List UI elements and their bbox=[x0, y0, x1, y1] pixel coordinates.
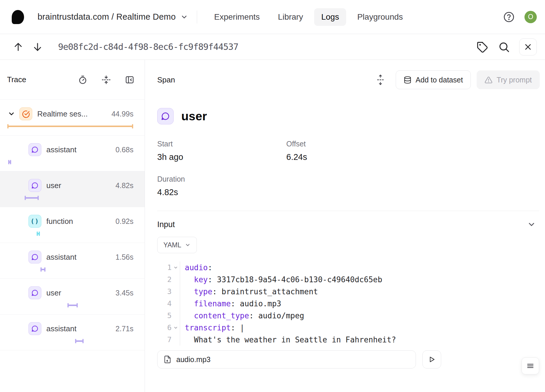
meta-label: Start bbox=[157, 140, 286, 148]
chat-bubble-icon bbox=[157, 108, 174, 124]
yaml-code-block: 1 audio:2 key: 3317cb18-9a54-4c06-b130-c… bbox=[157, 261, 545, 346]
trace-span-duration: 2.71s bbox=[116, 325, 133, 333]
avatar[interactable]: O bbox=[524, 11, 537, 23]
code-line-7: 7 What's the weather in Seattle in Fahre… bbox=[157, 334, 545, 346]
trace-row-function[interactable]: ()function0.92s bbox=[0, 207, 145, 243]
code-text: content_type: audio/mpeg bbox=[180, 311, 304, 320]
trace-span-duration: 3.45s bbox=[116, 289, 133, 297]
row-expand-chevron-icon[interactable] bbox=[8, 110, 15, 118]
span-name-title: user bbox=[181, 109, 207, 123]
span-id: 9e08fc2d-c84d-4f98-8ec6-fc9f89f44537 bbox=[58, 42, 238, 52]
next-arrow-down-icon[interactable] bbox=[31, 40, 44, 53]
search-icon[interactable] bbox=[497, 40, 510, 53]
chat-bubble-icon bbox=[28, 251, 41, 263]
try-prompt-button[interactable]: Try prompt bbox=[477, 70, 540, 89]
format-select-value: YAML bbox=[163, 241, 181, 249]
timeline-bar bbox=[25, 197, 38, 199]
help-icon[interactable] bbox=[503, 11, 514, 23]
line-number: 3 bbox=[157, 287, 172, 296]
trace-span-duration: 1.56s bbox=[116, 253, 133, 261]
code-text: filename: audio.mp3 bbox=[180, 299, 281, 308]
nav-item-logs[interactable]: Logs bbox=[314, 8, 346, 26]
code-line-6: 6 transcript: | bbox=[157, 322, 545, 334]
database-icon bbox=[404, 76, 412, 84]
chat-bubble-icon bbox=[28, 179, 41, 192]
chevron-down-icon bbox=[180, 13, 188, 21]
timeline-bar bbox=[41, 269, 45, 270]
app-header: braintrustdata.com / Realtime Demo Exper… bbox=[0, 0, 545, 34]
clock-check-icon bbox=[19, 107, 32, 120]
header-divider bbox=[197, 11, 197, 23]
primary-nav: ExperimentsLibraryLogsPlaygrounds bbox=[207, 8, 410, 26]
trace-span-duration: 0.68s bbox=[116, 146, 133, 154]
trace-span-name: user bbox=[46, 288, 116, 298]
format-select-dropdown[interactable]: YAML bbox=[157, 237, 197, 253]
braintrust-logo-icon bbox=[12, 10, 24, 24]
code-text: key: 3317cb18-9a54-4c06-b130-c49640dc65e… bbox=[180, 275, 382, 284]
prev-arrow-up-icon[interactable] bbox=[12, 40, 25, 53]
nav-item-experiments[interactable]: Experiments bbox=[207, 8, 267, 26]
meta-value: 3h ago bbox=[157, 152, 286, 162]
chat-bubble-icon bbox=[28, 286, 41, 299]
add-to-dataset-button[interactable]: Add to dataset bbox=[396, 70, 471, 89]
span-panel: Span Add to dataset Try prompt bbox=[145, 60, 545, 392]
trace-row-assistant[interactable]: assistant2.71s bbox=[0, 315, 145, 350]
meta-value: 6.24s bbox=[286, 152, 533, 162]
trace-title: Trace bbox=[7, 75, 26, 84]
input-section-title: Input bbox=[157, 220, 175, 229]
code-line-2: 2 key: 3317cb18-9a54-4c06-b130-c49640dc6… bbox=[157, 273, 545, 285]
code-text: audio: bbox=[180, 263, 212, 272]
trace-row-realtime-ses-[interactable]: Realtime ses...44.99s bbox=[0, 100, 145, 136]
add-to-dataset-label: Add to dataset bbox=[416, 76, 463, 84]
line-number: 4 bbox=[157, 299, 172, 308]
code-line-4: 4 filename: audio.mp3 bbox=[157, 298, 545, 310]
trace-row-user[interactable]: user3.45s bbox=[0, 279, 145, 315]
code-line-3: 3 type: braintrust_attachment bbox=[157, 285, 545, 298]
breadcrumb[interactable]: braintrustdata.com / Realtime Demo bbox=[38, 12, 188, 22]
collapse-panel-icon[interactable] bbox=[125, 75, 135, 85]
resize-drag-icon[interactable] bbox=[375, 73, 386, 86]
code-fold-chevron-icon[interactable] bbox=[172, 265, 180, 270]
code-text: What's the weather in Seattle in Fahrenh… bbox=[180, 335, 396, 344]
play-audio-button[interactable] bbox=[422, 350, 441, 369]
trace-span-name: function bbox=[46, 217, 116, 226]
code-fold-chevron-icon[interactable] bbox=[172, 325, 180, 330]
meta-label: Offset bbox=[286, 140, 533, 148]
code-text: transcript: | bbox=[180, 323, 245, 332]
trace-span-name: Realtime ses... bbox=[37, 109, 111, 119]
section-menu-button[interactable] bbox=[522, 357, 539, 374]
span-meta: Start 3h agoOffset 6.24sDuration 4.82s bbox=[157, 140, 533, 197]
function-icon: () bbox=[28, 215, 41, 228]
input-collapse-chevron-icon[interactable] bbox=[527, 220, 536, 229]
trace-span-name: assistant bbox=[46, 253, 116, 262]
attachment-filename: audio.mp3 bbox=[176, 355, 211, 364]
trace-toolbar: 9e08fc2d-c84d-4f98-8ec6-fc9f89f44537 bbox=[0, 34, 545, 60]
meta-field-start: Start 3h ago bbox=[157, 140, 286, 162]
meta-field-offset: Offset 6.24s bbox=[286, 140, 533, 162]
trace-span-duration: 4.82s bbox=[116, 181, 133, 190]
audio-file-icon bbox=[163, 355, 172, 364]
nav-item-playgrounds[interactable]: Playgrounds bbox=[350, 8, 410, 26]
audio-attachment-chip[interactable]: audio.mp3 bbox=[157, 350, 416, 369]
warning-triangle-icon bbox=[485, 76, 492, 84]
collapse-rows-icon[interactable] bbox=[101, 75, 111, 85]
nav-item-library[interactable]: Library bbox=[271, 8, 310, 26]
close-button[interactable] bbox=[519, 38, 537, 55]
trace-row-user[interactable]: user4.82s bbox=[0, 171, 145, 207]
trace-row-assistant[interactable]: assistant0.68s bbox=[0, 136, 145, 171]
trace-span-duration: 44.99s bbox=[111, 110, 133, 118]
trace-span-name: user bbox=[46, 181, 116, 190]
timing-toggle-icon[interactable] bbox=[78, 75, 88, 85]
chat-bubble-icon bbox=[28, 322, 41, 335]
timeline-bar bbox=[37, 233, 40, 234]
line-number: 2 bbox=[157, 275, 172, 284]
line-number: 1 bbox=[157, 263, 172, 272]
meta-value: 4.82s bbox=[157, 187, 286, 197]
line-number: 7 bbox=[157, 335, 172, 344]
tag-icon[interactable] bbox=[476, 40, 489, 53]
timeline-bar bbox=[8, 126, 133, 127]
trace-row-assistant[interactable]: assistant1.56s bbox=[0, 243, 145, 279]
code-line-5: 5 content_type: audio/mpeg bbox=[157, 310, 545, 322]
timeline-bar bbox=[75, 340, 83, 342]
input-section-divider bbox=[157, 211, 539, 211]
